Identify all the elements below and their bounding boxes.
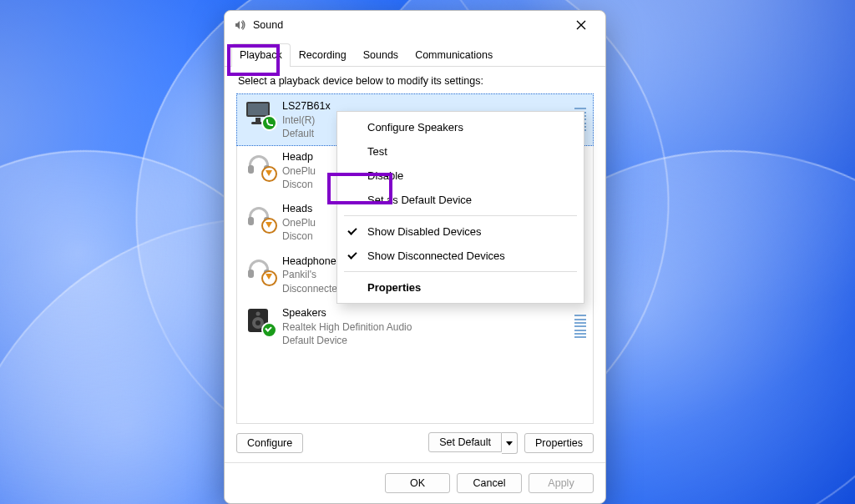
disconnected-badge-icon xyxy=(261,166,277,182)
menu-properties[interactable]: Properties xyxy=(337,275,584,300)
titlebar[interactable]: Sound xyxy=(225,11,605,40)
menu-configure-speakers[interactable]: Configure Speakers xyxy=(337,115,584,139)
monitor-icon xyxy=(244,99,274,128)
dialog-buttons-row: OK Cancel Apply xyxy=(225,462,605,503)
svg-rect-8 xyxy=(248,270,254,278)
device-name: LS27B61x xyxy=(282,99,331,113)
device-name: Speakers xyxy=(282,306,412,320)
context-menu: Configure Speakers Test Disable Set as D… xyxy=(336,111,584,304)
menu-show-disabled[interactable]: Show Disabled Devices xyxy=(337,219,584,244)
device-driver: OnePlu xyxy=(282,164,316,178)
set-default-dropdown[interactable] xyxy=(502,432,518,454)
device-status: Discon xyxy=(282,229,316,243)
device-driver: Intel(R) xyxy=(282,113,331,127)
svg-point-13 xyxy=(256,311,261,315)
tab-playback[interactable]: Playback xyxy=(231,43,291,67)
device-name: Headphones xyxy=(282,255,343,269)
tab-strip: Playback Recording Sounds Communications xyxy=(225,43,605,67)
headset-icon xyxy=(244,255,274,283)
menu-set-default[interactable]: Set as Default Device xyxy=(337,188,584,212)
tab-sounds[interactable]: Sounds xyxy=(355,43,407,66)
device-buttons-row: Configure Set Default Properties xyxy=(225,424,605,462)
device-driver: OnePlu xyxy=(282,216,316,229)
set-default-button[interactable]: Set Default xyxy=(428,432,502,452)
level-meter-icon xyxy=(574,315,586,338)
headset-icon xyxy=(244,150,274,179)
menu-disable[interactable]: Disable xyxy=(337,164,584,188)
close-icon xyxy=(576,20,586,30)
device-status: Discon xyxy=(282,178,316,191)
device-status: Default xyxy=(282,127,331,140)
svg-rect-4 xyxy=(248,165,254,174)
speaker-icon xyxy=(244,306,274,335)
apply-button[interactable]: Apply xyxy=(529,473,594,493)
properties-button[interactable]: Properties xyxy=(524,433,594,453)
device-name: Heads xyxy=(282,202,316,216)
default-comm-badge-icon xyxy=(261,115,277,131)
menu-test[interactable]: Test xyxy=(337,139,584,164)
tab-recording[interactable]: Recording xyxy=(291,43,355,66)
device-name: Headp xyxy=(282,150,316,164)
svg-point-12 xyxy=(255,320,261,325)
menu-show-disconnected[interactable]: Show Disconnected Devices xyxy=(337,244,584,268)
device-driver: Pankil's xyxy=(282,268,343,281)
ok-button[interactable]: OK xyxy=(385,473,450,493)
cancel-button[interactable]: Cancel xyxy=(457,473,522,493)
disconnected-badge-icon xyxy=(261,218,277,234)
desktop-background: Sound Playback Recording Sounds Communic… xyxy=(0,0,855,504)
device-status: Default Device xyxy=(282,334,412,347)
configure-button[interactable]: Configure xyxy=(236,433,303,453)
svg-rect-1 xyxy=(248,103,268,115)
headset-icon xyxy=(244,202,274,230)
menu-separator xyxy=(344,271,577,272)
device-status: Disconnected xyxy=(282,282,343,295)
menu-separator xyxy=(344,215,577,216)
sound-icon xyxy=(233,18,246,32)
sound-dialog: Sound Playback Recording Sounds Communic… xyxy=(224,10,606,504)
device-driver: Realtek High Definition Audio xyxy=(282,320,412,334)
close-button[interactable] xyxy=(564,13,599,38)
hint-text: Select a playback device below to modify… xyxy=(225,67,605,93)
svg-rect-6 xyxy=(248,217,254,225)
tab-communications[interactable]: Communications xyxy=(407,43,501,66)
device-list[interactable]: LS27B61x Intel(R) Default Headp OnePlu D… xyxy=(236,93,594,424)
disconnected-badge-icon xyxy=(261,270,277,286)
device-row[interactable]: Speakers Realtek High Definition Audio D… xyxy=(237,301,593,353)
window-title: Sound xyxy=(253,19,564,31)
svg-rect-2 xyxy=(255,118,261,122)
default-badge-icon xyxy=(261,322,277,338)
